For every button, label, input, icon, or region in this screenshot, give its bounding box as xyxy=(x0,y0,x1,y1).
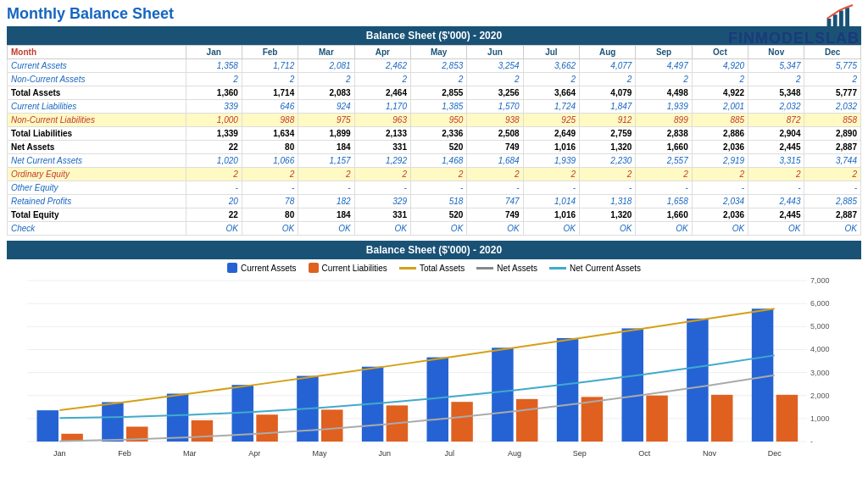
cell: - xyxy=(410,181,466,195)
cell: 339 xyxy=(186,100,242,114)
cell: 5,777 xyxy=(804,86,861,100)
legend-label: Current Assets xyxy=(241,264,297,273)
cell: 2,336 xyxy=(410,127,466,141)
cell: 2 xyxy=(748,168,804,181)
cell: 2 xyxy=(298,73,354,86)
row-label: Net Assets xyxy=(8,141,186,154)
cell: 912 xyxy=(580,114,636,127)
cell: 2 xyxy=(636,73,692,86)
cell: 646 xyxy=(242,100,298,114)
cell: 2 xyxy=(636,168,692,181)
cell: - xyxy=(467,181,523,195)
cell: 2 xyxy=(523,168,579,181)
bar-current-liabilities xyxy=(256,414,277,442)
row-label: Current Assets xyxy=(8,59,186,73)
cell: 1,170 xyxy=(354,100,410,114)
cell: 1,318 xyxy=(580,195,636,208)
cell: 4,920 xyxy=(692,59,748,73)
cell: 2 xyxy=(692,168,748,181)
cell: 1,339 xyxy=(186,127,242,141)
cell: 3,744 xyxy=(804,154,861,168)
cell: 1,000 xyxy=(186,114,242,127)
bar-current-assets xyxy=(37,410,58,442)
legend-label: Net Current Assets xyxy=(570,264,641,273)
svg-text:7,000: 7,000 xyxy=(810,276,830,285)
cell: 1,660 xyxy=(636,208,692,222)
cell: - xyxy=(692,181,748,195)
bar-current-assets xyxy=(557,338,578,442)
legend-item: Total Assets xyxy=(399,263,465,273)
bar-current-liabilities xyxy=(451,402,472,442)
cell: OK xyxy=(354,222,410,236)
bar-current-assets xyxy=(492,347,513,442)
cell: 885 xyxy=(692,114,748,127)
cell: 2 xyxy=(748,73,804,86)
cell: 2,230 xyxy=(580,154,636,168)
cell: 1,320 xyxy=(580,141,636,154)
cell: 938 xyxy=(467,114,523,127)
cell: 4,079 xyxy=(580,86,636,100)
cell: 2 xyxy=(467,168,523,181)
cell: 2 xyxy=(354,168,410,181)
cell: 2,886 xyxy=(692,127,748,141)
cell: OK xyxy=(804,222,861,236)
cell: 182 xyxy=(298,195,354,208)
cell: 749 xyxy=(467,208,523,222)
cell: OK xyxy=(692,222,748,236)
svg-text:1,000: 1,000 xyxy=(810,414,830,423)
cell: 2 xyxy=(692,73,748,86)
cell: 1,014 xyxy=(523,195,579,208)
cell: 2 xyxy=(242,73,298,86)
cell: 1,320 xyxy=(580,208,636,222)
cell: 78 xyxy=(242,195,298,208)
cell: 2,032 xyxy=(748,100,804,114)
cell: - xyxy=(748,181,804,195)
cell: 2,853 xyxy=(410,59,466,73)
cell: 1,066 xyxy=(242,154,298,168)
cell: 899 xyxy=(636,114,692,127)
cell: 2 xyxy=(298,168,354,181)
cell: 1,292 xyxy=(354,154,410,168)
cell: 2,885 xyxy=(804,195,861,208)
cell: 2,508 xyxy=(467,127,523,141)
cell: 3,664 xyxy=(523,86,579,100)
row-label: Check xyxy=(8,222,186,236)
legend-label: Net Assets xyxy=(497,264,537,273)
cell: OK xyxy=(410,222,466,236)
cell: 22 xyxy=(186,208,242,222)
cell: 1,660 xyxy=(636,141,692,154)
cell: 1,016 xyxy=(523,208,579,222)
cell: 2,443 xyxy=(748,195,804,208)
x-label: Oct xyxy=(638,449,651,458)
svg-rect-2 xyxy=(839,10,843,26)
x-label: Apr xyxy=(248,449,260,458)
row-label: Ordinary Equity xyxy=(8,168,186,181)
bar-current-assets xyxy=(167,394,188,442)
cell: 1,939 xyxy=(636,100,692,114)
cell: 924 xyxy=(298,100,354,114)
legend-item: Current Liabilities xyxy=(309,263,387,273)
x-label: Jul xyxy=(445,449,455,458)
cell: 2,855 xyxy=(410,86,466,100)
bar-current-liabilities xyxy=(776,395,798,442)
cell: 749 xyxy=(467,141,523,154)
cell: 2,445 xyxy=(748,141,804,154)
cell: 2,083 xyxy=(298,86,354,100)
cell: 2,036 xyxy=(692,141,748,154)
x-label: Dec xyxy=(768,449,782,458)
cell: 1,385 xyxy=(410,100,466,114)
balance-sheet-table: Balance Sheet ($'000) - 2020 MonthJanFeb… xyxy=(7,26,861,236)
cell: 1,939 xyxy=(523,154,579,168)
bar-current-liabilities xyxy=(581,397,603,442)
row-label: Total Equity xyxy=(8,208,186,222)
row-label: Non-Current Assets xyxy=(8,73,186,86)
cell: 331 xyxy=(354,208,410,222)
cell: 4,077 xyxy=(580,59,636,73)
logo: FINMODELSLAB xyxy=(728,4,860,47)
cell: 520 xyxy=(410,208,466,222)
x-label: May xyxy=(312,449,327,458)
x-label: Mar xyxy=(183,449,197,458)
cell: 1,847 xyxy=(580,100,636,114)
cell: 2 xyxy=(580,168,636,181)
cell: OK xyxy=(748,222,804,236)
